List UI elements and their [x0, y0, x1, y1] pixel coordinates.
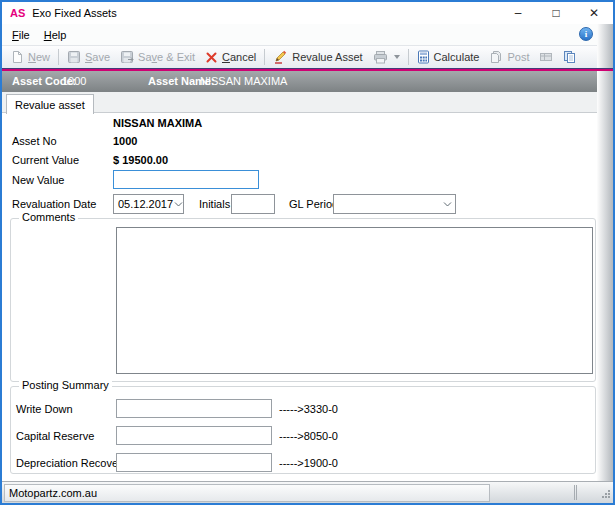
tab-strip: Revalue asset	[2, 92, 597, 113]
status-company-text: Motopartz.com.au	[9, 487, 97, 499]
posting-summary-label: Posting Summary	[19, 379, 112, 391]
asset-no-value: 1000	[113, 135, 137, 147]
post-sheets-icon	[489, 50, 503, 64]
minimize-button[interactable]: –	[499, 2, 537, 24]
info-icon[interactable]: i	[579, 27, 593, 41]
initials-input[interactable]	[231, 194, 275, 214]
close-button[interactable]: ✕	[575, 2, 613, 24]
revalue-pencil-icon	[273, 50, 288, 64]
resize-grip-icon[interactable]	[601, 489, 611, 501]
revaluation-date-label: Revaluation Date	[12, 198, 96, 210]
toolbar-separator	[58, 49, 59, 65]
gl-period-label: GL Period	[289, 198, 338, 210]
revaluation-date-picker[interactable]: 05.12.2017	[113, 194, 184, 214]
save-icon	[67, 50, 81, 64]
copy-icon	[563, 50, 577, 64]
write-down-account: ----->3330-0	[279, 403, 338, 415]
new-page-icon	[11, 50, 24, 64]
current-value: $ 19500.00	[113, 154, 168, 166]
ledger-icon	[539, 51, 553, 63]
revaluation-date-value: 05.12.2017	[114, 198, 173, 210]
capital-reserve-label: Capital Reserve	[16, 430, 94, 442]
save-button[interactable]: Save	[62, 47, 115, 68]
asset-code-value: 1000	[62, 75, 86, 87]
revalue-asset-button[interactable]: Revalue Asset	[268, 47, 367, 68]
asset-name-value: NISSAN MAXIMA	[200, 75, 287, 87]
depreciation-recovered-input[interactable]	[116, 453, 272, 472]
depreciation-recovered-account: ----->1900-0	[279, 457, 338, 469]
comments-group: Comments	[10, 218, 596, 382]
comments-textarea[interactable]	[116, 227, 593, 374]
asset-title: NISSAN MAXIMA	[113, 117, 202, 129]
window-title: Exo Fixed Assets	[32, 7, 116, 19]
new-value-input[interactable]	[113, 170, 259, 189]
menu-help[interactable]: Help	[42, 28, 69, 42]
initials-label: Initials	[199, 198, 230, 210]
copy-button[interactable]	[558, 47, 582, 68]
menu-file[interactable]: File	[10, 28, 32, 42]
menu-bar: File Help i	[2, 24, 597, 45]
chevron-down-icon	[439, 202, 455, 207]
post-button[interactable]: Post	[484, 47, 534, 68]
toolbar-separator	[408, 49, 409, 65]
toolbar-separator	[264, 49, 265, 65]
title-bar[interactable]: AS Exo Fixed Assets – □ ✕	[2, 2, 613, 24]
status-company-panel: Motopartz.com.au	[4, 484, 490, 502]
asset-no-label: Asset No	[12, 135, 57, 147]
calculate-button[interactable]: Calculate	[412, 47, 485, 68]
cancel-x-icon	[205, 51, 218, 64]
toolbar: New Save Save & Exit Cancel Revalue Asse…	[2, 45, 597, 68]
asset-header-bar: Asset Code: 1000 Asset Name: NISSAN MAXI…	[2, 71, 597, 92]
status-bar: Motopartz.com.au	[2, 481, 613, 503]
capital-reserve-input[interactable]	[116, 426, 272, 445]
app-window: AS Exo Fixed Assets – □ ✕ File Help i Ne…	[0, 0, 615, 505]
maximize-button[interactable]: □	[537, 2, 575, 24]
write-down-input[interactable]	[116, 399, 272, 418]
tab-revalue-asset[interactable]: Revalue asset	[6, 94, 94, 114]
calculator-icon	[417, 50, 430, 64]
save-exit-icon	[120, 50, 134, 64]
print-button[interactable]	[368, 47, 405, 68]
cancel-button[interactable]: Cancel	[200, 47, 261, 68]
posting-summary-group: Posting Summary Write Down ----->3330-0 …	[10, 386, 596, 474]
capital-reserve-account: ----->8050-0	[279, 430, 338, 442]
comments-label: Comments	[19, 211, 78, 223]
revalue-asset-panel: NISSAN MAXIMA Asset No 1000 Current Valu…	[2, 113, 597, 481]
app-logo: AS	[10, 7, 25, 19]
current-value-label: Current Value	[12, 154, 79, 166]
new-button[interactable]: New	[6, 47, 55, 68]
window-right-strip	[597, 24, 613, 481]
printer-icon	[373, 51, 388, 64]
status-divider	[574, 485, 577, 500]
print-dropdown-caret-icon[interactable]	[394, 55, 400, 59]
save-exit-button[interactable]: Save & Exit	[115, 47, 200, 68]
ledger-button[interactable]	[534, 47, 558, 68]
write-down-label: Write Down	[16, 403, 73, 415]
gl-period-select[interactable]	[333, 194, 456, 214]
chevron-down-icon	[173, 202, 183, 207]
new-value-label: New Value	[12, 174, 64, 186]
